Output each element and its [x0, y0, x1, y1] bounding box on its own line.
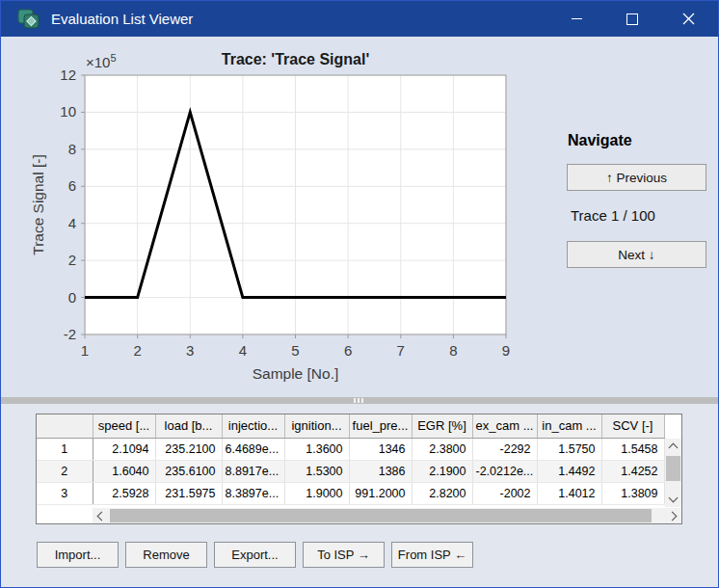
svg-text:4: 4	[239, 342, 247, 359]
maximize-button[interactable]	[610, 1, 654, 37]
minimize-button[interactable]	[554, 1, 599, 37]
chevron-down-icon	[669, 494, 679, 503]
remove-button[interactable]: Remove	[125, 542, 207, 568]
table-cell[interactable]: 8.8917e...	[222, 460, 284, 482]
minimize-icon	[572, 18, 582, 19]
chevron-left-icon	[97, 511, 107, 521]
svg-text:9: 9	[502, 342, 510, 359]
from-isp-button[interactable]: From ISP ←	[391, 542, 473, 568]
figure-area: 123456789-2024681012Trace: 'Trace Signal…	[1, 37, 718, 397]
svg-text:Trace: 'Trace Signal': Trace: 'Trace Signal'	[222, 51, 369, 67]
svg-text:Trace Signal [-]: Trace Signal [-]	[30, 154, 46, 255]
table-cell[interactable]: 1346	[349, 438, 412, 460]
scroll-right-button[interactable]	[666, 508, 681, 523]
table-cell[interactable]: 6.4689e...	[222, 438, 284, 460]
window-title: Evaluation List Viewer	[51, 11, 193, 27]
column-header-ignition: ignition...	[284, 414, 349, 438]
horizontal-scrollbar-thumb[interactable]	[110, 509, 652, 522]
to-isp-button[interactable]: To ISP →	[303, 542, 385, 568]
column-header-in-cam: in_cam ...	[537, 414, 601, 438]
column-header-egr: EGR [%]	[412, 414, 472, 438]
svg-text:8: 8	[68, 141, 76, 157]
svg-text:4: 4	[68, 215, 76, 231]
next-button[interactable]: Next ↓	[567, 241, 706, 268]
vertical-scrollbar-thumb[interactable]	[666, 456, 680, 481]
svg-text:8: 8	[449, 342, 457, 359]
row-number: 2	[37, 460, 93, 482]
column-header-scv: SCV [-]	[601, 414, 664, 438]
table-cell[interactable]: 1.4252	[601, 460, 664, 482]
table-cell[interactable]: 235.2100	[155, 438, 222, 460]
horizontal-scrollbar[interactable]	[93, 508, 681, 523]
svg-text:-2: -2	[64, 326, 76, 342]
table-cell[interactable]: 2.3800	[412, 438, 472, 460]
previous-button[interactable]: ↑ Previous	[567, 164, 706, 191]
table-cell[interactable]: 1.4492	[537, 460, 601, 482]
table-cell[interactable]: 1.5750	[537, 438, 601, 460]
title-bar[interactable]: Evaluation List Viewer	[1, 1, 718, 37]
column-header	[37, 414, 93, 438]
table-cell[interactable]: 1.9000	[284, 482, 349, 504]
import-button[interactable]: Import...	[37, 542, 119, 568]
evaluation-table: speed [... load [b... injectio... igniti…	[36, 414, 682, 524]
svg-text:Sample [No.]: Sample [No.]	[253, 365, 339, 382]
scroll-down-button[interactable]	[665, 492, 681, 507]
scroll-up-button[interactable]	[665, 439, 681, 454]
column-header-speed: speed [...	[93, 414, 155, 438]
svg-text:2: 2	[133, 342, 141, 359]
scroll-left-button[interactable]	[93, 508, 108, 523]
chevron-right-icon	[668, 511, 678, 521]
table-cell[interactable]: 8.3897e...	[222, 482, 284, 504]
navigate-heading: Navigate	[568, 132, 632, 149]
table-cell[interactable]: 1.3809	[601, 482, 664, 504]
table-cell[interactable]: 1.6040	[93, 460, 155, 482]
app-icon	[16, 7, 41, 32]
table-cell[interactable]: 1.5458	[601, 438, 664, 460]
row-number: 1	[37, 438, 93, 460]
svg-text:3: 3	[186, 342, 194, 359]
table-cell[interactable]: 2.1900	[412, 460, 472, 482]
table-cell[interactable]: 2.8200	[412, 482, 472, 504]
evaluation-table-area: speed [... load [b... injectio... igniti…	[1, 404, 718, 587]
close-button[interactable]	[666, 1, 710, 37]
svg-text:5: 5	[291, 342, 299, 359]
column-header-ex-cam: ex_cam ...	[472, 414, 537, 438]
svg-text:10: 10	[60, 103, 76, 120]
table-cell[interactable]: 2.1094	[93, 438, 155, 460]
svg-text:7: 7	[397, 342, 405, 359]
column-header-injection: injectio...	[222, 414, 284, 438]
svg-text:1: 1	[81, 342, 89, 359]
evaluation-list-viewer-window: Evaluation List Viewer 123456789-2024681…	[0, 0, 719, 588]
trace-position-label: Trace 1 / 100	[571, 207, 655, 224]
table-cell[interactable]: 991.2000	[349, 482, 412, 504]
column-header-fuel-pressure: fuel_pre...	[349, 414, 412, 438]
svg-text:0: 0	[68, 289, 76, 306]
table-cell[interactable]: 1.3600	[284, 438, 349, 460]
svg-text:×105: ×105	[86, 52, 117, 70]
table-cell[interactable]: 2.5928	[93, 482, 155, 504]
table-row: 2 1.6040 235.6100 8.8917e... 1.5300 1386…	[37, 460, 664, 482]
table-cell[interactable]: 1.4012	[537, 482, 601, 504]
svg-text:6: 6	[68, 177, 76, 194]
table-cell[interactable]: -2002	[472, 482, 537, 504]
svg-text:12: 12	[60, 67, 76, 83]
svg-text:6: 6	[344, 342, 352, 359]
table-row: 1 2.1094 235.2100 6.4689e... 1.3600 1346…	[37, 438, 664, 460]
column-header-load: load [b...	[155, 414, 222, 438]
maximize-icon	[626, 13, 638, 25]
close-icon	[682, 13, 695, 25]
svg-text:2: 2	[68, 252, 76, 268]
horizontal-splitter[interactable]	[1, 397, 718, 404]
splitter-grip-icon	[354, 398, 363, 403]
table-header-row: speed [... load [b... injectio... igniti…	[37, 414, 664, 438]
table-cell[interactable]: 1386	[349, 460, 412, 482]
table-cell[interactable]: 235.6100	[155, 460, 222, 482]
row-number: 3	[37, 482, 93, 504]
vertical-scrollbar[interactable]	[665, 439, 681, 507]
table-cell[interactable]: -2.0212e...	[472, 460, 537, 482]
chevron-up-icon	[669, 443, 679, 453]
table-cell[interactable]: -2292	[472, 438, 537, 460]
table-cell[interactable]: 1.5300	[284, 460, 349, 482]
table-cell[interactable]: 231.5975	[155, 482, 222, 504]
export-button[interactable]: Export...	[214, 542, 296, 568]
